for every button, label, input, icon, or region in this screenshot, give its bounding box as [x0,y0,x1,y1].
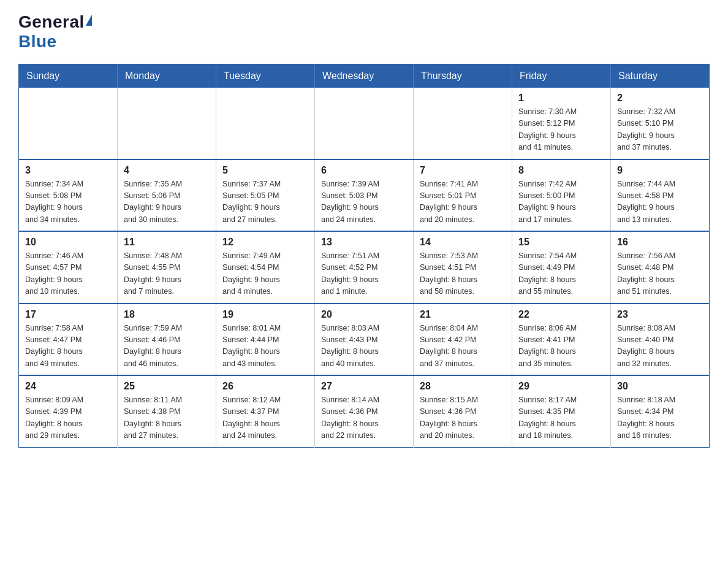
day-number: 9 [617,165,703,176]
day-info: Sunrise: 7:44 AMSunset: 4:58 PMDaylight:… [617,178,703,226]
day-number: 10 [25,237,111,248]
day-info: Sunrise: 7:49 AMSunset: 4:54 PMDaylight:… [222,250,308,298]
day-info: Sunrise: 7:56 AMSunset: 4:48 PMDaylight:… [617,250,703,298]
day-number: 6 [321,165,407,176]
day-info: Sunrise: 7:53 AMSunset: 4:51 PMDaylight:… [420,250,506,298]
table-cell: 25Sunrise: 8:11 AMSunset: 4:38 PMDayligh… [118,375,216,447]
day-info: Sunrise: 7:42 AMSunset: 5:00 PMDaylight:… [518,178,604,226]
weekday-tuesday: Tuesday [216,64,315,88]
table-cell: 29Sunrise: 8:17 AMSunset: 4:35 PMDayligh… [512,375,611,447]
day-info: Sunrise: 8:11 AMSunset: 4:38 PMDaylight:… [124,394,210,442]
day-number: 30 [617,381,703,392]
table-cell: 11Sunrise: 7:48 AMSunset: 4:55 PMDayligh… [118,231,216,304]
day-info: Sunrise: 7:39 AMSunset: 5:03 PMDaylight:… [321,178,407,226]
day-info: Sunrise: 8:15 AMSunset: 4:36 PMDaylight:… [420,394,506,442]
day-number: 17 [25,309,111,320]
day-info: Sunrise: 8:17 AMSunset: 4:35 PMDaylight:… [518,394,604,442]
day-info: Sunrise: 8:04 AMSunset: 4:42 PMDaylight:… [420,323,506,370]
day-number: 12 [222,237,308,248]
table-cell [216,88,315,159]
weekday-thursday: Thursday [414,64,512,88]
table-cell: 21Sunrise: 8:04 AMSunset: 4:42 PMDayligh… [414,304,512,376]
day-info: Sunrise: 8:18 AMSunset: 4:34 PMDaylight:… [617,394,703,442]
day-info: Sunrise: 7:54 AMSunset: 4:49 PMDaylight:… [518,250,604,298]
day-number: 24 [25,381,111,392]
table-cell: 9Sunrise: 7:44 AMSunset: 4:58 PMDaylight… [611,159,710,232]
table-cell: 12Sunrise: 7:49 AMSunset: 4:54 PMDayligh… [216,231,315,304]
week-row-5: 24Sunrise: 8:09 AMSunset: 4:39 PMDayligh… [19,375,710,447]
table-cell: 1Sunrise: 7:30 AMSunset: 5:12 PMDaylight… [512,88,611,159]
day-number: 3 [25,165,111,176]
table-cell: 23Sunrise: 8:08 AMSunset: 4:40 PMDayligh… [611,304,710,376]
day-number: 5 [222,165,308,176]
day-number: 20 [321,309,407,320]
day-info: Sunrise: 7:58 AMSunset: 4:47 PMDaylight:… [25,323,111,370]
day-info: Sunrise: 8:09 AMSunset: 4:39 PMDaylight:… [25,394,111,442]
table-cell: 30Sunrise: 8:18 AMSunset: 4:34 PMDayligh… [611,375,710,447]
table-cell: 14Sunrise: 7:53 AMSunset: 4:51 PMDayligh… [414,231,512,304]
table-cell: 10Sunrise: 7:46 AMSunset: 4:57 PMDayligh… [19,231,118,304]
table-cell: 28Sunrise: 8:15 AMSunset: 4:36 PMDayligh… [414,375,512,447]
day-info: Sunrise: 7:46 AMSunset: 4:57 PMDaylight:… [25,250,111,298]
table-cell [414,88,512,159]
day-number: 8 [518,165,604,176]
day-info: Sunrise: 7:37 AMSunset: 5:05 PMDaylight:… [222,178,308,226]
day-number: 1 [518,93,604,104]
calendar-body: 1Sunrise: 7:30 AMSunset: 5:12 PMDaylight… [19,88,710,447]
table-cell [118,88,216,159]
table-cell: 19Sunrise: 8:01 AMSunset: 4:44 PMDayligh… [216,304,315,376]
day-number: 4 [124,165,210,176]
table-cell: 5Sunrise: 7:37 AMSunset: 5:05 PMDaylight… [216,159,315,232]
weekday-saturday: Saturday [611,64,710,88]
weekday-friday: Friday [512,64,611,88]
table-cell: 22Sunrise: 8:06 AMSunset: 4:41 PMDayligh… [512,304,611,376]
table-cell: 17Sunrise: 7:58 AMSunset: 4:47 PMDayligh… [19,304,118,376]
day-info: Sunrise: 7:51 AMSunset: 4:52 PMDaylight:… [321,250,407,298]
weekday-wednesday: Wednesday [315,64,414,88]
day-info: Sunrise: 7:41 AMSunset: 5:01 PMDaylight:… [420,178,506,226]
logo-triangle-icon [86,15,92,26]
day-info: Sunrise: 7:48 AMSunset: 4:55 PMDaylight:… [124,250,210,298]
week-row-2: 3Sunrise: 7:34 AMSunset: 5:08 PMDaylight… [19,159,710,232]
table-cell: 20Sunrise: 8:03 AMSunset: 4:43 PMDayligh… [315,304,414,376]
table-cell: 16Sunrise: 7:56 AMSunset: 4:48 PMDayligh… [611,231,710,304]
day-number: 7 [420,165,506,176]
table-cell: 8Sunrise: 7:42 AMSunset: 5:00 PMDaylight… [512,159,611,232]
calendar-table: SundayMondayTuesdayWednesdayThursdayFrid… [18,64,710,448]
day-info: Sunrise: 8:03 AMSunset: 4:43 PMDaylight:… [321,323,407,370]
table-cell [315,88,414,159]
table-cell: 13Sunrise: 7:51 AMSunset: 4:52 PMDayligh… [315,231,414,304]
day-number: 18 [124,309,210,320]
logo: General Blue [18,12,92,52]
week-row-1: 1Sunrise: 7:30 AMSunset: 5:12 PMDaylight… [19,88,710,159]
logo-general-text: General [18,12,85,32]
day-number: 13 [321,237,407,248]
table-cell: 3Sunrise: 7:34 AMSunset: 5:08 PMDaylight… [19,159,118,232]
table-cell: 4Sunrise: 7:35 AMSunset: 5:06 PMDaylight… [118,159,216,232]
day-number: 19 [222,309,308,320]
day-info: Sunrise: 7:59 AMSunset: 4:46 PMDaylight:… [124,323,210,370]
weekday-header-row: SundayMondayTuesdayWednesdayThursdayFrid… [19,64,710,88]
table-cell: 24Sunrise: 8:09 AMSunset: 4:39 PMDayligh… [19,375,118,447]
day-info: Sunrise: 7:32 AMSunset: 5:10 PMDaylight:… [617,106,703,154]
day-number: 14 [420,237,506,248]
week-row-3: 10Sunrise: 7:46 AMSunset: 4:57 PMDayligh… [19,231,710,304]
day-info: Sunrise: 8:06 AMSunset: 4:41 PMDaylight:… [518,323,604,370]
day-info: Sunrise: 7:30 AMSunset: 5:12 PMDaylight:… [518,106,604,154]
table-cell: 7Sunrise: 7:41 AMSunset: 5:01 PMDaylight… [414,159,512,232]
day-info: Sunrise: 8:14 AMSunset: 4:36 PMDaylight:… [321,394,407,442]
day-number: 21 [420,309,506,320]
weekday-sunday: Sunday [19,64,118,88]
page-header: General Blue [18,12,710,52]
table-cell: 6Sunrise: 7:39 AMSunset: 5:03 PMDaylight… [315,159,414,232]
logo-blue-text: Blue [18,32,57,52]
day-info: Sunrise: 7:35 AMSunset: 5:06 PMDaylight:… [124,178,210,226]
table-cell [19,88,118,159]
day-number: 11 [124,237,210,248]
table-cell: 27Sunrise: 8:14 AMSunset: 4:36 PMDayligh… [315,375,414,447]
day-info: Sunrise: 8:08 AMSunset: 4:40 PMDaylight:… [617,323,703,370]
day-number: 26 [222,381,308,392]
day-number: 23 [617,309,703,320]
week-row-4: 17Sunrise: 7:58 AMSunset: 4:47 PMDayligh… [19,304,710,376]
day-number: 22 [518,309,604,320]
